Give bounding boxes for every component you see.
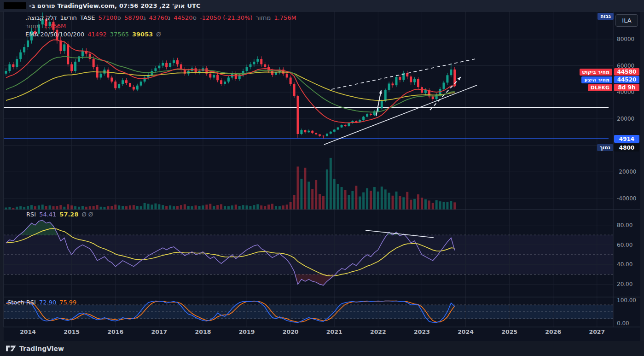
- rsi-legend: RSI 54.41 57.28 Ø Ø: [26, 211, 93, 218]
- change-value: -12050 (-21.30%): [200, 14, 253, 21]
- tradingview-published-chart: פורסם ב- TradingView.com, 07:56 2023 ,22…: [0, 0, 644, 356]
- bid-price-label: מחיר ביקוש: [580, 69, 612, 76]
- ask-price-label: מחיר היצע: [581, 76, 612, 83]
- svg-text:2025: 2025: [501, 328, 517, 335]
- redacted-username: [4, 2, 26, 9]
- support-level-value: 4914: [614, 135, 639, 143]
- ema-value-slow: 39053: [132, 31, 153, 38]
- tradingview-logo-icon[interactable]: [6, 345, 16, 352]
- symbol-legend: דלק קבוצה, 1חודש TASE פ57100 ג58790 נ437…: [25, 14, 296, 21]
- volume-indicator-value: 1.756M: [44, 23, 66, 29]
- ohlc-low: נ43760: [149, 14, 171, 21]
- svg-text:2017: 2017: [151, 328, 167, 335]
- ema-source-icon: Ø: [156, 31, 161, 38]
- stoch-rsi-legend: Stoch RSI 72.90 75.99: [7, 299, 76, 306]
- low-marker-label: נמוך: [597, 144, 613, 151]
- rsi-label: RSI: [26, 211, 36, 218]
- published-bar: פורסם ב- TradingView.com, 07:56 2023 ,22…: [0, 0, 644, 12]
- countdown-symbol-label: DLEKG: [588, 84, 612, 91]
- svg-text:2021: 2021: [326, 328, 342, 335]
- svg-text:2026: 2026: [545, 328, 561, 335]
- chart-canvas[interactable]: 2014201520162017201820192020202120222023…: [0, 0, 644, 356]
- svg-text:2020: 2020: [283, 328, 299, 335]
- volume-legend: מחזור 1.756M: [25, 23, 66, 29]
- tradingview-brand[interactable]: TradingView: [19, 345, 64, 352]
- svg-text:2024: 2024: [458, 328, 474, 335]
- svg-text:-20000: -20000: [617, 169, 637, 175]
- published-prefix: פורסם ב-: [29, 2, 55, 9]
- symbol-interval: 1חודש: [60, 14, 77, 21]
- svg-text:2018: 2018: [195, 328, 211, 335]
- rsi-source-icon: Ø Ø: [81, 211, 93, 218]
- ema-value-mid: 37565: [110, 31, 129, 38]
- rsi-value: 54.41: [39, 211, 56, 218]
- symbol-exchange: TASE: [80, 14, 95, 21]
- ohlc-close: ס44520: [174, 14, 197, 21]
- bar-countdown-value: 8d 9h: [614, 84, 639, 91]
- svg-text:100.00: 100.00: [617, 297, 636, 303]
- volume-value: 1.756M: [274, 14, 296, 21]
- svg-text:2019: 2019: [239, 328, 255, 335]
- svg-text:80.00: 80.00: [617, 222, 632, 228]
- stoch-d-value: 75.99: [59, 299, 76, 306]
- rsi-ma-value: 57.28: [59, 211, 78, 218]
- ema-label: EMA 20/50/100/200: [25, 31, 84, 38]
- svg-text:60.00: 60.00: [617, 242, 632, 248]
- volume-indicator-label: מחזור: [25, 23, 41, 29]
- stoch-rsi-label: Stoch RSI: [7, 299, 36, 306]
- published-time: 07:56: [119, 2, 138, 9]
- published-date: 2023 ,22: [140, 2, 170, 9]
- ema-value-fast: 41492: [87, 31, 106, 38]
- svg-text:2022: 2022: [370, 328, 386, 335]
- published-tz: UTC: [187, 2, 201, 9]
- svg-text:2027: 2027: [589, 328, 605, 335]
- svg-text:2016: 2016: [107, 328, 123, 335]
- ema-legend: EMA 20/50/100/200 41492 37565 39053 Ø: [25, 31, 161, 38]
- published-month: אוק': [172, 2, 185, 9]
- volume-label: מחזור: [256, 14, 271, 21]
- footer: TradingView: [0, 341, 644, 356]
- low-marker-value: 4800: [614, 144, 639, 152]
- svg-text:-40000: -40000: [617, 195, 637, 202]
- published-site: TradingView.com,: [58, 2, 117, 9]
- svg-text:20000: 20000: [617, 116, 634, 122]
- svg-text:2023: 2023: [414, 328, 430, 335]
- svg-text:2014: 2014: [20, 328, 36, 335]
- bid-price-value: 44580: [614, 68, 639, 76]
- svg-text:80000: 80000: [617, 36, 634, 42]
- svg-text:40.00: 40.00: [617, 261, 632, 268]
- high-marker-label: גבוה: [598, 13, 614, 20]
- svg-text:20.00: 20.00: [617, 281, 632, 287]
- stoch-k-value: 72.90: [39, 299, 56, 306]
- svg-text:0.00: 0.00: [617, 320, 629, 327]
- currency-button[interactable]: ILA: [615, 14, 638, 27]
- symbol-name: דלק קבוצה,: [25, 14, 57, 21]
- ohlc-open: פ57100: [98, 14, 121, 21]
- ohlc-high: ג58790: [124, 14, 146, 21]
- ask-price-value: 44520: [614, 76, 639, 83]
- svg-text:2015: 2015: [64, 328, 80, 335]
